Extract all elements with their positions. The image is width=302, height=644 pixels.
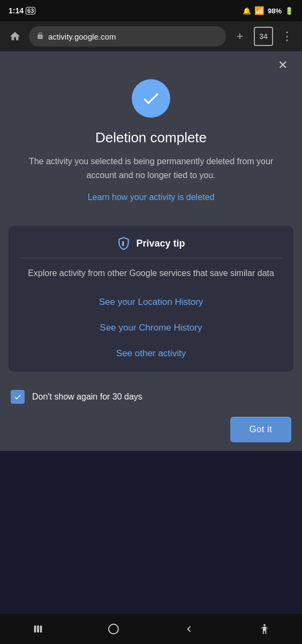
other-activity-link[interactable]: See other activity [19,341,283,366]
location-history-link[interactable]: See your Location History [19,289,283,315]
privacy-tip-description: Explore activity from other Google servi… [19,267,283,280]
new-tab-button[interactable]: + [230,27,250,46]
dont-show-checkbox[interactable] [11,390,25,404]
learn-link[interactable]: Learn how your activity is deleted [88,193,215,202]
svg-rect-1 [34,626,36,633]
url-text: activity.google.com [48,32,116,41]
address-bar-row: activity.google.com + 34 ⋮ [0,21,302,51]
main-content: ✕ Deletion complete The activity you sel… [0,51,302,451]
recents-button[interactable] [23,614,53,644]
divider [19,258,283,258]
close-row: ✕ [0,51,302,79]
shield-icon: i [117,236,131,250]
check-circle-wrapper [0,79,302,118]
deletion-description: The activity you selected is being perma… [16,155,286,182]
accessibility-button[interactable] [250,614,280,644]
checkmark-icon [141,88,161,109]
svg-rect-2 [37,626,39,633]
dont-show-label: Don't show again for 30 days [32,392,142,402]
svg-point-4 [109,624,118,634]
battery-icon: 🔋 [285,7,293,15]
svg-text:i: i [123,241,124,247]
battery-display: 98% [268,7,282,15]
close-button[interactable]: ✕ [273,56,292,75]
got-it-button[interactable]: Got it [230,417,291,442]
dont-show-row: Don't show again for 30 days [11,390,291,404]
wifi-icon: 📶 [254,6,265,16]
status-time: 1:14 63 [9,6,35,15]
status-bar: 1:14 63 🔔 📶 98% 🔋 [0,0,302,21]
back-button[interactable] [174,614,204,644]
privacy-tip-card: i Privacy tip Explore activity from othe… [9,226,293,372]
status-icons: 🔔 📶 98% 🔋 [243,6,293,16]
menu-button[interactable]: ⋮ [277,27,297,46]
svg-point-5 [263,624,266,626]
nav-bar [0,614,302,644]
tab-count-button[interactable]: 34 [254,27,273,46]
deletion-title: Deletion complete [16,129,286,146]
privacy-tip-title: Privacy tip [136,238,185,249]
alarm-icon: 🔔 [243,7,251,15]
status-icon: 63 [26,7,35,14]
lock-icon [36,32,44,41]
home-nav-button[interactable] [99,614,129,644]
got-it-row: Got it [11,417,291,442]
address-pill[interactable]: activity.google.com [29,26,226,47]
home-button[interactable] [5,27,25,46]
tab-count-label: 34 [259,32,268,41]
chrome-history-link[interactable]: See your Chrome History [19,315,283,341]
deletion-section: Deletion complete The activity you selec… [0,129,302,218]
privacy-tip-header: i Privacy tip [19,236,283,250]
check-circle [132,79,170,118]
time-display: 1:14 [9,6,24,15]
svg-rect-3 [40,626,42,633]
bottom-area: Don't show again for 30 days Got it [0,379,302,451]
